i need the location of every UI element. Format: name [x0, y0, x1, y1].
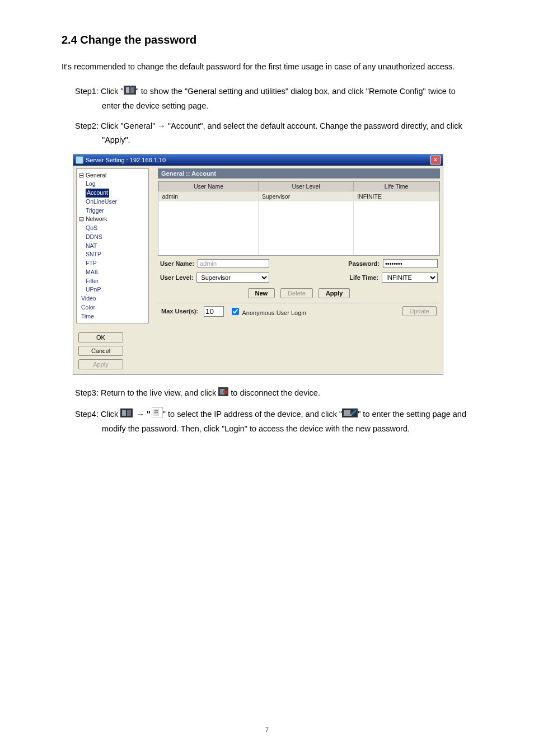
- breadcrumb: General :: Account: [158, 168, 440, 179]
- intro-paragraph: It's recommended to change the default p…: [62, 60, 472, 73]
- tree-general[interactable]: ⊟ General: [79, 171, 146, 180]
- svg-rect-5: [223, 391, 227, 393]
- page-number: 7: [62, 726, 472, 733]
- lifetime-select[interactable]: INFINITE: [382, 273, 438, 283]
- tree-sntp[interactable]: SNTP: [79, 250, 146, 259]
- maxuser-label: Max User(s):: [161, 308, 198, 314]
- step2-label: Step2:: [75, 121, 99, 130]
- server-setting-dialog: Server Setting : 192.168.1.10 × ⊟ Genera…: [73, 154, 443, 375]
- tree-onlineuser[interactable]: OnLineUser: [79, 198, 146, 206]
- svg-rect-12: [154, 412, 158, 413]
- dialog-titlebar: Server Setting : 192.168.1.10 ×: [73, 154, 443, 166]
- svg-rect-0: [124, 86, 136, 95]
- svg-rect-8: [127, 410, 131, 416]
- cancel-button[interactable]: Cancel: [78, 346, 123, 356]
- section-heading: 2.4 Change the password: [62, 34, 472, 46]
- dialog-title: Server Setting : 192.168.1.10: [86, 157, 166, 163]
- username-field[interactable]: [198, 259, 269, 268]
- tree-filter[interactable]: Filter: [79, 277, 146, 286]
- col-username: User Name: [159, 181, 259, 191]
- close-icon[interactable]: ×: [430, 156, 441, 165]
- userlevel-label: User Level:: [160, 274, 193, 281]
- step3: Step3: Return to the live view, and clic…: [68, 386, 472, 400]
- delete-button[interactable]: Delete: [280, 288, 313, 298]
- username-label: User Name:: [160, 260, 194, 267]
- tree-ddns[interactable]: DDNS: [79, 233, 146, 242]
- tree-account[interactable]: Account: [79, 189, 146, 198]
- new-button[interactable]: New: [248, 288, 275, 298]
- svg-rect-11: [154, 410, 158, 411]
- arrow-icon: → ": [133, 410, 151, 419]
- step4-label: Step4:: [75, 410, 99, 419]
- svg-rect-14: [344, 410, 350, 416]
- window-icon: [76, 156, 83, 164]
- step4: Step4: Click → "" to select the IP addre…: [68, 407, 472, 436]
- tree-ftp[interactable]: FTP: [79, 259, 146, 268]
- step2: Step2: Click "General" → "Account", and …: [68, 119, 472, 147]
- step1-text-a: Click ": [101, 87, 124, 96]
- step1-label: Step1:: [75, 87, 99, 96]
- apply-button[interactable]: Apply: [318, 288, 350, 298]
- password-field[interactable]: [383, 259, 438, 268]
- tree-mail[interactable]: MAIL: [79, 268, 146, 277]
- table-row[interactable]: admin Supervisor INFINITE: [159, 191, 439, 201]
- lifetime-label: Life Time:: [349, 274, 378, 281]
- step3-text-b: to disconnect the device.: [228, 388, 320, 397]
- step1: Step1: Click "" to show the "General set…: [68, 84, 472, 112]
- step2-text: Click "General" → "Account", and select …: [101, 121, 462, 144]
- step3-label: Step3:: [75, 388, 99, 397]
- svg-rect-7: [122, 410, 126, 416]
- step3-text-a: Return to the live view, and click: [101, 388, 218, 397]
- password-label: Password:: [348, 260, 380, 267]
- step1-text-b: " to show the "General setting and utili…: [102, 87, 456, 110]
- disconnect-icon: [218, 387, 228, 401]
- address-entry-icon: [152, 407, 163, 422]
- tree-panel[interactable]: ⊟ General Log Account OnLineUser Trigger…: [76, 168, 149, 324]
- col-lifetime: Life Time: [354, 181, 439, 191]
- ok-button[interactable]: OK: [78, 332, 123, 342]
- step4-text-a: Click: [101, 410, 120, 419]
- col-userlevel: User Level: [259, 181, 354, 191]
- tree-upnp[interactable]: UPnP: [79, 285, 146, 294]
- book-icon: [120, 408, 133, 422]
- user-table[interactable]: User Name User Level Life Time admin Sup…: [158, 181, 440, 256]
- apply-side-button[interactable]: Apply: [78, 359, 123, 369]
- tree-trigger[interactable]: Trigger: [79, 206, 146, 215]
- svg-rect-2: [130, 87, 134, 93]
- tree-color[interactable]: Color: [79, 303, 146, 312]
- tree-time[interactable]: Time: [79, 312, 146, 321]
- tree-log[interactable]: Log: [79, 180, 146, 189]
- step4-text-c: " to select the IP address of the device…: [163, 410, 342, 419]
- tree-nat[interactable]: NAT: [79, 242, 146, 251]
- userlevel-select[interactable]: Supervisor: [196, 273, 269, 283]
- maxuser-field[interactable]: [204, 306, 224, 317]
- tools-icon: [124, 85, 136, 99]
- tree-qos[interactable]: QoS: [79, 224, 146, 233]
- tree-network[interactable]: ⊟ Network: [79, 215, 146, 224]
- update-button[interactable]: Update: [402, 306, 437, 316]
- edit-config-icon: [342, 408, 358, 422]
- anon-checkbox[interactable]: Anonymous User Login: [229, 306, 306, 317]
- tree-video[interactable]: Video: [79, 294, 146, 303]
- svg-rect-1: [126, 87, 129, 93]
